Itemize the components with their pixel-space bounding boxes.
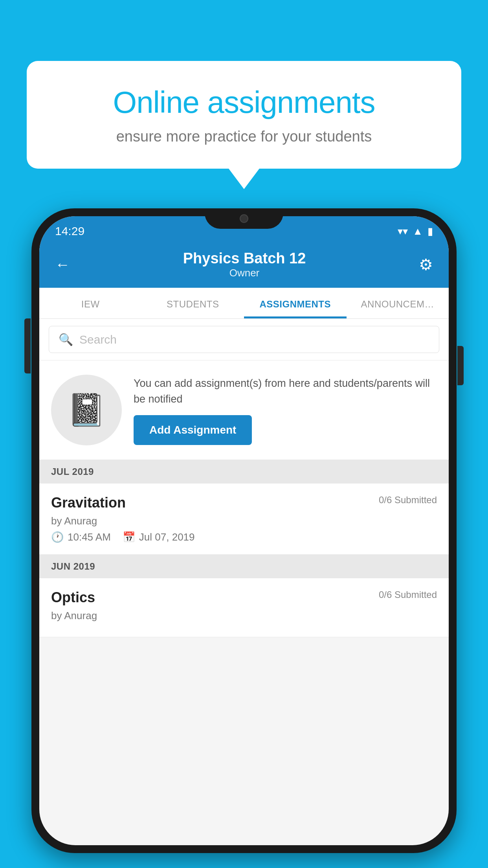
meta-date-gravitation: 📅 Jul 07, 2019 <box>123 531 195 543</box>
add-assignment-button[interactable]: Add Assignment <box>134 415 252 445</box>
assignment-name-optics: Optics <box>51 589 95 606</box>
header-subtitle: Owner <box>183 267 306 279</box>
assignment-top: Gravitation 0/6 Submitted <box>51 495 437 511</box>
promo-text: You can add assignment(s) from here and … <box>134 375 437 407</box>
app-header: ← Physics Batch 12 Owner ⚙ <box>39 243 449 288</box>
camera <box>240 214 248 223</box>
assignment-name-gravitation: Gravitation <box>51 495 126 511</box>
assignment-submitted-gravitation: 0/6 Submitted <box>379 495 437 506</box>
speech-bubble: Online assignments ensure more practice … <box>27 61 461 169</box>
calendar-icon: 📅 <box>123 531 135 543</box>
search-placeholder: Search <box>79 333 117 346</box>
assignment-meta-gravitation: 🕐 10:45 AM 📅 Jul 07, 2019 <box>51 531 437 543</box>
tab-students[interactable]: STUDENTS <box>142 288 244 318</box>
battery-icon: ▮ <box>427 225 433 237</box>
clock-icon: 🕐 <box>51 531 64 543</box>
tabs-bar: IEW STUDENTS ASSIGNMENTS ANNOUNCEM… <box>39 288 449 319</box>
section-header-jul: JUL 2019 <box>39 460 449 484</box>
assignment-top-optics: Optics 0/6 Submitted <box>51 589 437 606</box>
assignment-item-gravitation[interactable]: Gravitation 0/6 Submitted by Anurag 🕐 10… <box>39 484 449 555</box>
settings-icon[interactable]: ⚙ <box>419 256 433 274</box>
header-title: Physics Batch 12 <box>183 250 306 267</box>
phone-wrapper: 14:29 ▾▾ ▲ ▮ ← Physics Batch 12 Owner ⚙ … <box>31 208 457 853</box>
promo-box: 📓 You can add assignment(s) from here an… <box>39 360 449 460</box>
assignment-by-optics: by Anurag <box>51 610 437 622</box>
section-header-jun: JUN 2019 <box>39 555 449 578</box>
status-time: 14:29 <box>55 224 84 238</box>
phone-outer: 14:29 ▾▾ ▲ ▮ ← Physics Batch 12 Owner ⚙ … <box>31 208 457 853</box>
tab-assignments[interactable]: ASSIGNMENTS <box>244 288 347 318</box>
status-icons: ▾▾ ▲ ▮ <box>398 225 433 237</box>
assignment-time: 10:45 AM <box>68 531 111 543</box>
search-icon: 🔍 <box>59 333 73 346</box>
assignment-date: Jul 07, 2019 <box>139 531 195 543</box>
assignment-item-optics[interactable]: Optics 0/6 Submitted by Anurag <box>39 578 449 637</box>
search-container: 🔍 Search <box>39 319 449 360</box>
phone-screen: 14:29 ▾▾ ▲ ▮ ← Physics Batch 12 Owner ⚙ … <box>39 216 449 845</box>
wifi-icon: ▾▾ <box>398 225 408 237</box>
search-input-wrapper[interactable]: 🔍 Search <box>49 326 439 353</box>
assignment-by-gravitation: by Anurag <box>51 515 437 527</box>
meta-time-gravitation: 🕐 10:45 AM <box>51 531 111 543</box>
notch <box>205 208 283 229</box>
signal-icon: ▲ <box>413 225 423 237</box>
header-center: Physics Batch 12 Owner <box>183 250 306 279</box>
bubble-subtitle: ensure more practice for your students <box>58 128 430 145</box>
assignment-submitted-optics: 0/6 Submitted <box>379 589 437 600</box>
speech-bubble-container: Online assignments ensure more practice … <box>27 61 461 169</box>
tab-iew[interactable]: IEW <box>39 288 142 318</box>
notebook-icon: 📓 <box>67 392 106 428</box>
tab-announcements[interactable]: ANNOUNCEM… <box>347 288 449 318</box>
back-button[interactable]: ← <box>55 256 70 273</box>
bubble-title: Online assignments <box>58 85 430 120</box>
promo-icon-circle: 📓 <box>51 375 122 445</box>
promo-content: You can add assignment(s) from here and … <box>134 375 437 445</box>
